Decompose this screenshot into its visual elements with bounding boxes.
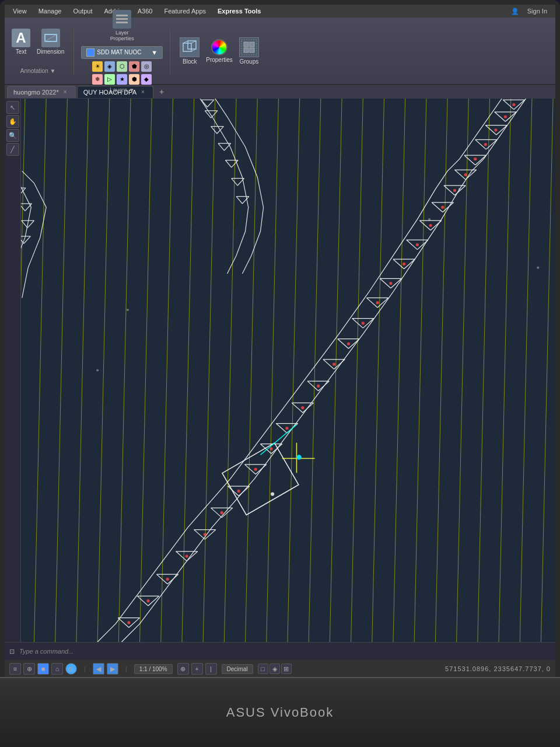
groups-button[interactable]: Groups bbox=[237, 36, 261, 66]
svg-point-131 bbox=[464, 173, 467, 176]
tool-pan[interactable]: ✋ bbox=[6, 115, 19, 128]
svg-point-153 bbox=[127, 621, 130, 624]
svg-point-144 bbox=[285, 427, 288, 430]
svg-point-130 bbox=[474, 158, 477, 160]
layer-dropdown-arrow[interactable]: ▼ bbox=[151, 49, 158, 56]
svg-point-135 bbox=[416, 243, 419, 246]
menu-item-express-tools[interactable]: Express Tools bbox=[214, 6, 264, 16]
annotation-dropdown-arrow[interactable]: ▼ bbox=[50, 68, 55, 74]
status-bar-top: ⊡ Type a command... bbox=[5, 643, 555, 660]
svg-point-127 bbox=[504, 115, 507, 118]
layer-controls: LayerProperties bbox=[108, 9, 136, 43]
block-group: Block Properties bbox=[177, 27, 268, 74]
svg-point-149 bbox=[204, 533, 206, 536]
sign-in-icon: 👤 bbox=[511, 8, 519, 15]
extra-tool-1[interactable]: □ bbox=[258, 664, 268, 674]
svg-point-195 bbox=[271, 492, 274, 495]
tool-select[interactable]: ↖ bbox=[6, 101, 19, 114]
layer-tool-5[interactable]: ◎ bbox=[141, 61, 152, 72]
layer-tool-10[interactable]: ◆ bbox=[141, 74, 152, 85]
layer-tool-3[interactable]: ⬡ bbox=[117, 61, 127, 72]
extra-tool-2[interactable]: ◈ bbox=[270, 664, 280, 674]
svg-point-200 bbox=[537, 267, 539, 269]
svg-point-141 bbox=[332, 363, 335, 366]
view-tool-1[interactable]: ⊕ bbox=[177, 663, 189, 675]
doc-tab-1-label: huongmo 2022* bbox=[13, 89, 59, 96]
scale-display[interactable]: 1:1 / 100% bbox=[134, 664, 173, 674]
layer-dropdown[interactable]: SDD MAT NUOC ▼ bbox=[81, 46, 163, 59]
status-tool-2[interactable]: ⊕ bbox=[23, 663, 35, 675]
svg-rect-13 bbox=[244, 48, 249, 53]
menu-item-a360[interactable]: A360 bbox=[134, 6, 156, 16]
layer-tool-8[interactable]: ★ bbox=[117, 74, 127, 85]
svg-point-139 bbox=[362, 322, 365, 324]
layer-tools-row2: ❄ ▷ ★ ⬢ ◆ bbox=[92, 74, 152, 85]
annotation-label: Annotation ▼ bbox=[20, 68, 56, 74]
cad-canvas[interactable] bbox=[21, 99, 555, 642]
layer-tool-2[interactable]: ◈ bbox=[104, 61, 115, 72]
status-tool-1[interactable]: ≡ bbox=[9, 663, 21, 675]
tool-line[interactable]: ╱ bbox=[6, 143, 19, 156]
ribbon-content: A Text Dimension bbox=[5, 18, 555, 84]
layer-properties-button[interactable]: LayerProperties bbox=[108, 9, 136, 43]
svg-point-198 bbox=[428, 218, 430, 221]
toolbar-icons: ≡ ⊕ ■ ⌂ ◎ bbox=[9, 663, 77, 675]
layer-dropdown-area: SDD MAT NUOC ▼ bbox=[81, 46, 163, 59]
view-tool-2[interactable]: + bbox=[191, 663, 203, 675]
doc-tab-1-close[interactable]: × bbox=[61, 88, 69, 96]
status-tool-5[interactable]: ◎ bbox=[65, 663, 77, 675]
svg-point-150 bbox=[186, 555, 188, 558]
toolbar-left: ↖ ✋ 🔍 ╱ bbox=[5, 99, 21, 642]
decimal-display[interactable]: Decimal bbox=[222, 664, 253, 674]
layer-tool-1[interactable]: ☀ bbox=[92, 61, 103, 72]
screen-area: View Manage Output Add-ins A360 Featured… bbox=[5, 5, 555, 677]
svg-rect-5 bbox=[183, 43, 191, 51]
svg-point-134 bbox=[429, 224, 432, 227]
layer-tool-9[interactable]: ⬢ bbox=[129, 74, 139, 85]
block-tools-row: Block Properties bbox=[177, 36, 261, 66]
menu-item-manage[interactable]: Manage bbox=[35, 6, 65, 16]
extra-tools: □ ◈ ⊞ bbox=[258, 664, 292, 674]
layer-tool-4[interactable]: ⬟ bbox=[129, 61, 139, 72]
ribbon: A Text Dimension bbox=[5, 18, 555, 85]
layers-dropdown-arrow[interactable]: ▼ bbox=[129, 87, 135, 93]
tab-add-button[interactable]: + bbox=[155, 85, 169, 98]
svg-rect-11 bbox=[244, 42, 249, 47]
svg-point-137 bbox=[389, 282, 392, 285]
layer-group: LayerProperties SDD MAT NUOC ▼ bbox=[81, 27, 170, 74]
text-button[interactable]: A Text bbox=[9, 27, 33, 56]
command-prompt[interactable]: Type a command... bbox=[19, 648, 74, 655]
layer-name-text: SDD MAT NUOC bbox=[97, 49, 141, 55]
status-tool-3[interactable]: ■ bbox=[37, 663, 49, 675]
svg-rect-12 bbox=[250, 42, 254, 47]
svg-point-148 bbox=[220, 511, 223, 514]
menu-item-featured-apps[interactable]: Featured Apps bbox=[160, 6, 209, 16]
svg-point-143 bbox=[301, 406, 304, 409]
nav-tool-2[interactable]: ▶ bbox=[107, 663, 118, 675]
svg-point-133 bbox=[441, 206, 444, 209]
extra-tool-3[interactable]: ⊞ bbox=[281, 664, 292, 674]
tool-zoom[interactable]: 🔍 bbox=[6, 129, 19, 142]
view-tool-3[interactable]: | bbox=[205, 663, 217, 675]
properties-button[interactable]: Properties bbox=[204, 38, 235, 64]
layer-tool-7[interactable]: ▷ bbox=[104, 74, 115, 85]
dimension-button[interactable]: Dimension bbox=[34, 27, 66, 56]
svg-point-138 bbox=[376, 301, 379, 304]
block-button[interactable]: Block bbox=[177, 36, 202, 66]
status-bar: ⊡ Type a command... ≡ ⊕ ■ ⌂ ◎ | ◀ ▶ | 1:… bbox=[5, 642, 555, 677]
groups-icon bbox=[239, 37, 259, 57]
layer-tool-6[interactable]: ❄ bbox=[92, 74, 103, 85]
annotation-tools-row: A Text Dimension bbox=[9, 27, 66, 56]
annotation-group: A Text Dimension bbox=[9, 27, 74, 74]
sign-in-btn[interactable]: Sign In bbox=[524, 6, 551, 16]
doc-tab-2-close[interactable]: × bbox=[139, 88, 147, 96]
svg-point-136 bbox=[402, 263, 405, 266]
coordinates-display: 571531.0896, 2335647.7737, 0 bbox=[445, 665, 551, 672]
svg-point-197 bbox=[127, 309, 129, 311]
nav-tool-1[interactable]: ◀ bbox=[93, 663, 104, 675]
svg-point-151 bbox=[166, 578, 169, 581]
menu-item-view[interactable]: View bbox=[9, 6, 30, 16]
doc-tab-1[interactable]: huongmo 2022* × bbox=[7, 86, 76, 98]
status-tool-4[interactable]: ⌂ bbox=[51, 663, 63, 675]
menu-item-output[interactable]: Output bbox=[69, 6, 96, 16]
